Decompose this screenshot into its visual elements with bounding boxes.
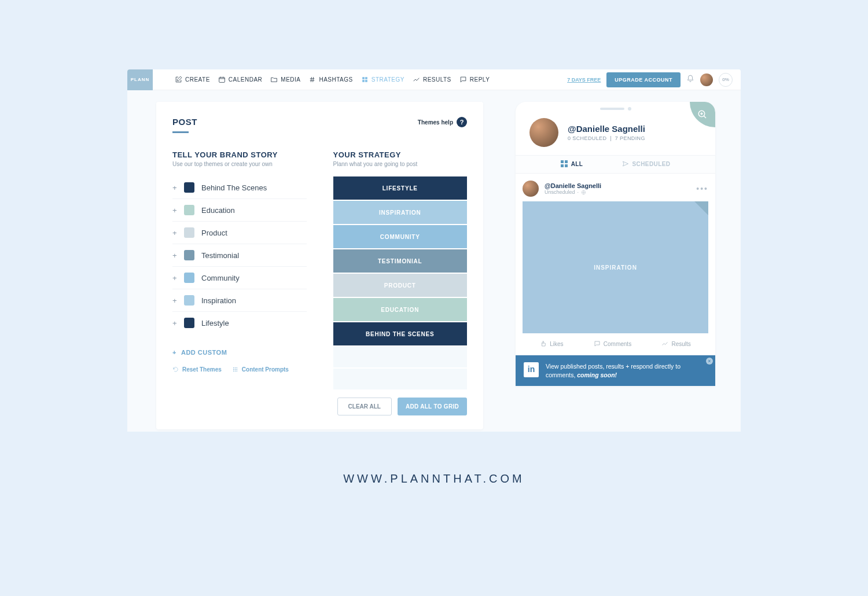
profile-stats: 0 SCHEDULED | 7 PENDING bbox=[568, 135, 645, 141]
theme-row[interactable]: + Testimonial bbox=[172, 244, 307, 267]
linkedin-icon: in bbox=[524, 362, 539, 377]
tab-label: ALL bbox=[571, 161, 583, 167]
upgrade-button[interactable]: UPGRADE ACCOUNT bbox=[606, 72, 681, 87]
dots-grid-icon bbox=[232, 366, 238, 373]
strategy-row[interactable]: TESTIMONIAL bbox=[333, 249, 468, 273]
nav-label: MEDIA bbox=[281, 76, 300, 83]
send-icon bbox=[622, 160, 629, 167]
svg-point-5 bbox=[233, 367, 234, 368]
prompts-label: Content Prompts bbox=[242, 366, 289, 373]
trial-link[interactable]: 7 DAYS FREE bbox=[567, 77, 601, 83]
preview-panel: @Danielle Sagnelli 0 SCHEDULED | 7 PENDI… bbox=[516, 102, 715, 386]
svg-point-9 bbox=[235, 369, 236, 370]
add-custom-label: ADD CUSTOM bbox=[181, 349, 227, 356]
nav-calendar[interactable]: CALENDAR bbox=[218, 76, 262, 83]
phone-notch bbox=[516, 102, 715, 116]
nav-label: RESULTS bbox=[423, 76, 451, 83]
strategy-row-empty[interactable] bbox=[333, 369, 468, 389]
profile-avatar[interactable] bbox=[529, 118, 558, 147]
strategy-column: YOUR STRATEGY Plann what you are going t… bbox=[333, 150, 468, 415]
theme-row[interactable]: + Behind The Scenes bbox=[172, 176, 307, 199]
tab-all[interactable]: ALL bbox=[561, 160, 583, 167]
trend-icon bbox=[661, 340, 668, 347]
add-theme-icon: + bbox=[172, 206, 177, 215]
nav-create[interactable]: CREATE bbox=[175, 76, 210, 83]
column-subtitle: Use our top themes or create your own bbox=[172, 161, 307, 167]
theme-label: Education bbox=[201, 206, 235, 215]
post-image-tile[interactable]: INSPIRATION bbox=[523, 201, 708, 333]
globe-icon bbox=[581, 190, 586, 195]
theme-row[interactable]: + Product bbox=[172, 222, 307, 244]
theme-swatch bbox=[184, 205, 194, 215]
strategy-row-empty[interactable] bbox=[333, 347, 468, 367]
chat-icon bbox=[459, 76, 467, 83]
svg-point-7 bbox=[236, 367, 237, 368]
add-theme-icon: + bbox=[172, 183, 177, 192]
theme-swatch bbox=[184, 295, 194, 306]
calendar-icon bbox=[218, 76, 226, 83]
theme-label: Community bbox=[201, 274, 240, 282]
strategy-row[interactable]: BEHIND THE SCENES bbox=[333, 322, 468, 345]
corner-flag-icon bbox=[694, 201, 708, 215]
add-all-to-grid-button[interactable]: ADD ALL TO GRID bbox=[398, 398, 467, 415]
strategy-row[interactable]: EDUCATION bbox=[333, 298, 468, 321]
nav-results[interactable]: RESULTS bbox=[413, 76, 451, 83]
nav-reply[interactable]: REPLY bbox=[459, 76, 490, 83]
themes-help-link[interactable]: Themes help ? bbox=[418, 117, 467, 127]
theme-swatch bbox=[184, 227, 194, 238]
trend-icon bbox=[413, 76, 420, 83]
likes-stat[interactable]: Likes bbox=[540, 340, 563, 347]
strategy-row[interactable]: LIFESTYLE bbox=[333, 176, 468, 200]
banner-text: View published posts, results + respond … bbox=[546, 362, 707, 379]
logo[interactable]: PLANN bbox=[127, 69, 153, 90]
strategy-row[interactable]: INSPIRATION bbox=[333, 201, 468, 224]
strategy-list: LIFESTYLEINSPIRATIONCOMMUNITYTESTIMONIAL… bbox=[333, 176, 468, 389]
nav-label: REPLY bbox=[470, 76, 490, 83]
theme-label: Inspiration bbox=[201, 296, 236, 305]
grid-icon bbox=[361, 76, 369, 83]
help-icon: ? bbox=[457, 117, 467, 127]
strategy-row[interactable]: COMMUNITY bbox=[333, 225, 468, 248]
svg-rect-1 bbox=[362, 77, 365, 79]
notifications-icon[interactable] bbox=[686, 75, 694, 85]
reset-themes-button[interactable]: Reset Themes bbox=[172, 366, 222, 373]
theme-swatch bbox=[184, 273, 194, 283]
add-theme-icon: + bbox=[172, 319, 177, 328]
clear-all-button[interactable]: CLEAR ALL bbox=[337, 398, 392, 415]
theme-row[interactable]: + Education bbox=[172, 199, 307, 222]
profile-handle: @Danielle Sagnelli bbox=[568, 124, 645, 134]
strategy-row[interactable]: PRODUCT bbox=[333, 274, 468, 297]
add-theme-icon: + bbox=[172, 296, 177, 305]
theme-row[interactable]: + Community bbox=[172, 267, 307, 289]
content-prompts-button[interactable]: Content Prompts bbox=[232, 366, 289, 373]
nav-strategy[interactable]: STRATEGY bbox=[361, 76, 404, 83]
theme-label: Behind The Scenes bbox=[201, 183, 267, 192]
post-card: POST Themes help ? TELL YOUR BRAND STORY… bbox=[156, 102, 483, 429]
add-custom-button[interactable]: + ADD CUSTOM bbox=[172, 349, 307, 356]
nav-label: CREATE bbox=[185, 76, 210, 83]
results-stat[interactable]: Results bbox=[661, 340, 690, 347]
profile-header: @Danielle Sagnelli 0 SCHEDULED | 7 PENDI… bbox=[516, 116, 715, 155]
progress-indicator[interactable]: 0% bbox=[719, 73, 733, 87]
column-subtitle: Plann what you are going to post bbox=[333, 161, 468, 167]
theme-swatch bbox=[184, 182, 194, 193]
nav-media[interactable]: MEDIA bbox=[270, 76, 300, 83]
post-stats: Likes Comments Results bbox=[523, 333, 708, 355]
tab-label: SCHEDULED bbox=[632, 161, 671, 167]
tile-theme-label: INSPIRATION bbox=[594, 264, 637, 271]
svg-point-11 bbox=[233, 371, 234, 371]
add-theme-icon: + bbox=[172, 274, 177, 282]
theme-swatch bbox=[184, 318, 194, 328]
comments-stat[interactable]: Comments bbox=[594, 340, 631, 347]
post-avatar[interactable] bbox=[523, 181, 539, 197]
theme-label: Testimonial bbox=[201, 251, 239, 260]
post-menu-button[interactable]: ••• bbox=[696, 184, 708, 193]
banner-close-button[interactable]: × bbox=[706, 358, 713, 365]
theme-row[interactable]: + Inspiration bbox=[172, 289, 307, 312]
theme-row[interactable]: + Lifestyle bbox=[172, 312, 307, 334]
column-title: YOUR STRATEGY bbox=[333, 150, 468, 159]
tab-scheduled[interactable]: SCHEDULED bbox=[622, 160, 671, 167]
svg-rect-4 bbox=[365, 80, 367, 82]
nav-hashtags[interactable]: HASHTAGS bbox=[308, 76, 352, 83]
user-avatar[interactable] bbox=[700, 73, 713, 86]
